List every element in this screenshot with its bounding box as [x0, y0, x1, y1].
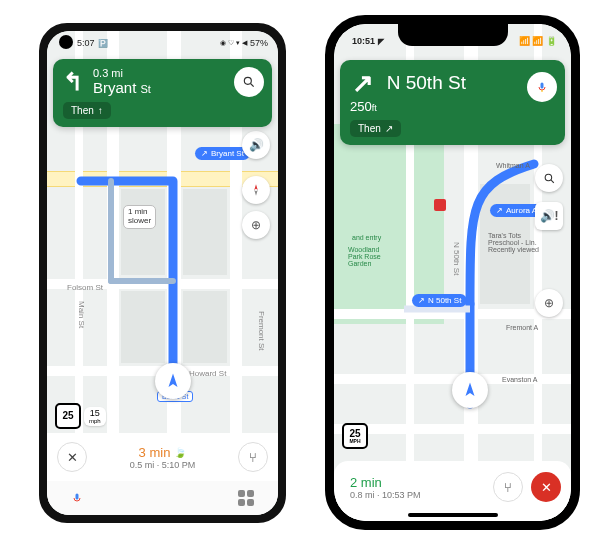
then-pill[interactable]: Then ↗ [350, 120, 401, 137]
status-battery: 57% [250, 38, 268, 48]
search-button[interactable] [535, 164, 563, 192]
speaker-alert-icon: 🔊! [540, 209, 559, 223]
poi-label: and entry [352, 234, 381, 241]
leaf-icon: 🍃 [174, 447, 186, 458]
front-camera-hole [59, 35, 73, 49]
svg-line-6 [551, 180, 554, 183]
speed-limit-value: 25 [349, 429, 360, 439]
routes-icon: ⑂ [504, 480, 512, 495]
report-icon: ⊕ [544, 296, 554, 310]
poi-label: Tara's Tots Preschool - Lin. Recently vi… [488, 232, 539, 253]
road-label: N 50th St [452, 242, 461, 275]
search-icon [242, 75, 256, 89]
traffic-slower-badge: 1 min slower [123, 205, 156, 229]
android-screen: 5:07🅿️ ◉ ♡ ▾ ◀57% ↗ Bryant St 1 min slow… [47, 31, 278, 515]
close-button[interactable]: ✕ [57, 442, 87, 472]
stop-sign-icon [434, 199, 446, 211]
svg-point-5 [545, 174, 552, 181]
report-button[interactable]: ⊕ [535, 289, 563, 317]
eta-details: 0.8 mi · 10:53 PM [350, 490, 421, 500]
notch [398, 24, 508, 46]
compass-button[interactable] [242, 176, 270, 204]
speed-limit-value: 25 [62, 411, 73, 421]
apps-button[interactable] [238, 490, 254, 506]
android-phone-frame: 5:07🅿️ ◉ ♡ ▾ ◀57% ↗ Bryant St 1 min slow… [39, 23, 286, 523]
status-icons: ◉ ♡ ▾ ◀ [220, 39, 247, 47]
nav-cursor [155, 363, 191, 399]
nav-direction-card[interactable]: ↰ 0.3 mi Bryant St Then ↑ [53, 59, 272, 127]
road-label: Folsom St [67, 283, 103, 292]
ios-phone-frame: 10:51 ◤ 📶 📶 🔋 ↗ Aurora A ↗ N 50th St Gar… [325, 15, 580, 530]
status-time: 5:07 [77, 38, 95, 48]
turn-right-icon: ↗ [352, 68, 374, 99]
svg-line-1 [251, 84, 254, 87]
eta-time: 2 min [350, 475, 382, 490]
svg-point-0 [244, 77, 251, 84]
android-bottom-bar[interactable]: ✕ 3 min 🍃 0.5 mi · 5:10 PM ⑂ [47, 433, 278, 481]
nav-street: Bryant [93, 79, 136, 96]
nav-distance: 250 [350, 99, 372, 114]
ios-bottom-bar[interactable]: 2 min 0.8 mi · 10:53 PM ⑂ ✕ [334, 461, 571, 521]
road-label: Howard St [189, 369, 226, 378]
then-pill[interactable]: Then ↑ [63, 102, 111, 119]
mute-button[interactable]: 🔊 [242, 131, 270, 159]
nav-street: N 50th St [387, 68, 466, 94]
eta-time: 3 min [139, 445, 171, 460]
voice-button[interactable] [527, 72, 557, 102]
report-button[interactable]: ⊕ [242, 211, 270, 239]
speed-indicator: 25 15mph [55, 403, 106, 429]
search-icon [543, 172, 556, 185]
sound-button[interactable]: 🔊! [535, 202, 563, 230]
road-label: Fremont St [257, 311, 266, 351]
nav-cursor [452, 372, 488, 408]
home-indicator[interactable] [408, 513, 498, 517]
close-icon: ✕ [67, 450, 78, 465]
speaker-icon: 🔊 [249, 138, 264, 152]
street-chip-50th: ↗ N 50th St [412, 294, 467, 307]
eta-details: 0.5 mi · 5:10 PM [130, 460, 196, 470]
poi-label: Fremont A [506, 324, 538, 331]
compass-icon [249, 183, 263, 197]
speed-indicator: 25MPH [342, 423, 368, 449]
report-icon: ⊕ [251, 218, 261, 232]
mic-icon [536, 81, 548, 93]
ios-screen: 10:51 ◤ 📶 📶 🔋 ↗ Aurora A ↗ N 50th St Gar… [334, 24, 571, 521]
road-label: Main St [77, 301, 86, 328]
route-options-button[interactable]: ⑂ [238, 442, 268, 472]
android-nav-bar [47, 481, 278, 515]
svg-rect-3 [541, 83, 544, 89]
poi-label: Whitman A [496, 162, 530, 169]
poi-label: Evanston A [502, 376, 537, 383]
routes-icon: ⑂ [249, 450, 257, 465]
mic-icon[interactable] [71, 492, 83, 504]
search-button[interactable] [234, 67, 264, 97]
arrow-up-icon: ↑ [98, 105, 103, 116]
poi-label: Woodland Park Rose Garden [348, 246, 381, 267]
status-time: 10:51 [352, 36, 375, 46]
end-navigation-button[interactable]: ✕ [531, 472, 561, 502]
turn-left-icon: ↰ [63, 68, 83, 96]
android-status-bar: 5:07🅿️ ◉ ♡ ▾ ◀57% [47, 31, 278, 55]
arrow-up-right-icon: ↗ [385, 123, 393, 134]
nav-direction-card[interactable]: ↗ 250ft N 50th St Then ↗ [340, 60, 565, 145]
route-options-button[interactable]: ⑂ [493, 472, 523, 502]
svg-rect-2 [76, 494, 79, 500]
close-icon: ✕ [541, 480, 552, 495]
current-speed: 15 [90, 409, 100, 418]
